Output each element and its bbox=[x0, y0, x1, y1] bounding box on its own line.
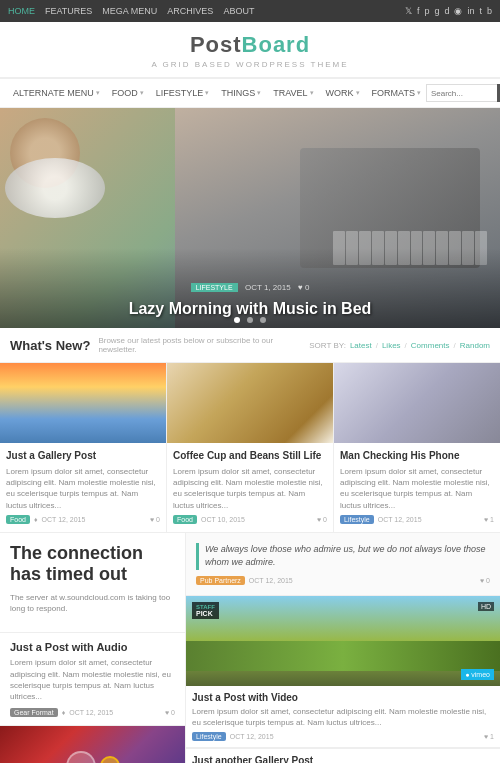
quote-text: We always love those who admire us, but … bbox=[196, 543, 490, 570]
topbar-features[interactable]: FEATURES bbox=[45, 6, 92, 16]
sort-likes[interactable]: Likes bbox=[382, 341, 401, 350]
post-likes-2: ♥ 0 bbox=[317, 516, 327, 523]
gallery-bottom-title[interactable]: Just another Gallery Post bbox=[192, 755, 494, 763]
nav-work[interactable]: WORK ▾ bbox=[321, 86, 365, 100]
timeout-description: The server at w.soundcloud.com is taking… bbox=[10, 592, 175, 614]
post-date-1: ♦ bbox=[34, 516, 38, 523]
video-tag[interactable]: Lifestyle bbox=[192, 732, 226, 741]
top-bar-nav: HOME FEATURES MEGA MENU ARCHIVES ABOUT bbox=[8, 6, 254, 16]
video-date: OCT 12, 2015 bbox=[230, 733, 274, 740]
post-title-1[interactable]: Just a Gallery Post bbox=[6, 449, 160, 462]
post-tag-2[interactable]: Food bbox=[173, 515, 197, 524]
video-card: STAFF PICK HD ▶ ● vimeo Just a Post with… bbox=[186, 596, 500, 748]
linkedin-icon[interactable]: in bbox=[467, 6, 474, 16]
audio-post-text: Lorem ipsum dolor sit amet, consectetur … bbox=[10, 657, 175, 702]
nav-things[interactable]: THINGS ▾ bbox=[216, 86, 266, 100]
nav-lifestyle[interactable]: LIFESTYLE ▾ bbox=[151, 86, 215, 100]
slider-dots bbox=[0, 312, 500, 326]
audio-post-card: Just a Post with Audio Lorem ipsum dolor… bbox=[0, 633, 185, 726]
audio-post-likes: ♥ 0 bbox=[165, 709, 175, 716]
sort-label: SORT BY: bbox=[309, 341, 346, 350]
facebook-icon[interactable]: f bbox=[417, 6, 420, 16]
nav-alternate-menu[interactable]: ALTERNATE MENU ▾ bbox=[8, 86, 105, 100]
video-body: Just a Post with Video Lorem ipsum dolor… bbox=[186, 686, 500, 747]
twitter-icon[interactable]: 𝕏 bbox=[405, 6, 412, 16]
topbar-archives[interactable]: ARCHIVES bbox=[167, 6, 213, 16]
behance-icon[interactable]: b bbox=[487, 6, 492, 16]
post-card-3: Man Checking His Phone Lorem ipsum dolor… bbox=[334, 363, 500, 532]
post-title-3[interactable]: Man Checking His Phone bbox=[340, 449, 494, 462]
nav-items: ALTERNATE MENU ▾ FOOD ▾ LIFESTYLE ▾ THIN… bbox=[8, 86, 426, 100]
search-input[interactable] bbox=[427, 89, 497, 98]
whats-new-title: What's New? bbox=[10, 338, 90, 353]
sort-comments[interactable]: Comments bbox=[411, 341, 450, 350]
logo-part1: Post bbox=[190, 32, 242, 57]
sort-sep2: / bbox=[405, 341, 407, 350]
chevron-down-icon: ▾ bbox=[356, 89, 360, 97]
tumblr-icon[interactable]: t bbox=[479, 6, 482, 16]
chevron-down-icon: ▾ bbox=[310, 89, 314, 97]
slide-dot-3[interactable] bbox=[260, 317, 266, 323]
chevron-down-icon: ▾ bbox=[140, 89, 144, 97]
chevron-down-icon: ▾ bbox=[417, 89, 421, 97]
post-body-2: Coffee Cup and Beans Still Life Lorem ip… bbox=[167, 443, 333, 511]
instagram-icon[interactable]: ◉ bbox=[454, 6, 462, 16]
audio-post-tag[interactable]: Gear Format bbox=[10, 708, 58, 717]
gallery-thumbnail[interactable] bbox=[0, 726, 185, 763]
timeout-title: The connection has timed out bbox=[10, 543, 175, 586]
right-column: We always love those who admire us, but … bbox=[186, 533, 500, 763]
topbar-megamenu[interactable]: MEGA MENU bbox=[102, 6, 157, 16]
post-tag-1[interactable]: Food bbox=[6, 515, 30, 524]
sort-random[interactable]: Random bbox=[460, 341, 490, 350]
post-card-2: Coffee Cup and Beans Still Life Lorem ip… bbox=[167, 363, 334, 532]
chevron-down-icon: ▾ bbox=[96, 89, 100, 97]
nav-food[interactable]: FOOD ▾ bbox=[107, 86, 149, 100]
google-icon[interactable]: g bbox=[434, 6, 439, 16]
audio-post-title[interactable]: Just a Post with Audio bbox=[10, 641, 175, 653]
post-footer-1: Food ♦ OCT 12, 2015 ♥ 0 bbox=[0, 515, 166, 524]
quote-date: OCT 12, 2015 bbox=[249, 577, 293, 584]
logo-part2: Board bbox=[242, 32, 311, 57]
pinterest-icon[interactable]: p bbox=[424, 6, 429, 16]
bottom-content: The connection has timed out The server … bbox=[0, 533, 500, 763]
gallery-info-bottom: Just another Gallery Post bbox=[186, 748, 500, 763]
hero-date: OCT 1, 2015 bbox=[245, 283, 291, 292]
post-thumbnail-1[interactable] bbox=[0, 363, 166, 443]
quote-tag[interactable]: Pub Partnerz bbox=[196, 576, 245, 585]
site-logo[interactable]: PostBoard bbox=[0, 32, 500, 58]
staff-pick-badge: STAFF PICK bbox=[192, 602, 219, 619]
post-date-text-1: OCT 12, 2015 bbox=[42, 516, 86, 523]
post-text-2: Lorem ipsum dolor sit amet, consectetur … bbox=[173, 466, 327, 511]
topbar-about[interactable]: ABOUT bbox=[223, 6, 254, 16]
quote-likes: ♥ 0 bbox=[480, 577, 490, 584]
whats-new-header: What's New? Browse our latest posts belo… bbox=[0, 328, 500, 363]
dribbble-icon[interactable]: d bbox=[444, 6, 449, 16]
post-grid: Just a Gallery Post Lorem ipsum dolor si… bbox=[0, 363, 500, 533]
sort-latest[interactable]: Latest bbox=[350, 341, 372, 350]
nav-formats[interactable]: FORMATS ▾ bbox=[367, 86, 426, 100]
topbar-home[interactable]: HOME bbox=[8, 6, 35, 16]
video-title[interactable]: Just a Post with Video bbox=[192, 692, 494, 703]
hd-badge: HD bbox=[478, 602, 494, 611]
slide-dot-2[interactable] bbox=[247, 317, 253, 323]
chevron-down-icon: ▾ bbox=[205, 89, 209, 97]
site-header: PostBoard A GRID BASED WORDPRESS THEME bbox=[0, 22, 500, 78]
post-title-2[interactable]: Coffee Cup and Beans Still Life bbox=[173, 449, 327, 462]
post-body-3: Man Checking His Phone Lorem ipsum dolor… bbox=[334, 443, 500, 511]
post-thumbnail-3[interactable] bbox=[334, 363, 500, 443]
audio-post-date: ♦ bbox=[62, 709, 66, 716]
video-text: Lorem ipsum dolor sit amet, consectetur … bbox=[192, 706, 494, 728]
top-bar: HOME FEATURES MEGA MENU ARCHIVES ABOUT 𝕏… bbox=[0, 0, 500, 22]
post-footer-3: Lifestyle OCT 12, 2015 ♥ 1 bbox=[334, 515, 500, 524]
hero-meta: LIFESTYLE OCT 1, 2015 ♥ 0 bbox=[0, 279, 500, 293]
chevron-down-icon: ▾ bbox=[257, 89, 261, 97]
site-tagline: A GRID BASED WORDPRESS THEME bbox=[0, 60, 500, 69]
post-tag-3[interactable]: Lifestyle bbox=[340, 515, 374, 524]
post-date-text-3: OCT 12, 2015 bbox=[378, 516, 422, 523]
post-thumbnail-2[interactable] bbox=[167, 363, 333, 443]
video-thumbnail[interactable]: STAFF PICK HD ▶ ● vimeo bbox=[186, 596, 500, 686]
slide-dot-1[interactable] bbox=[234, 317, 240, 323]
nav-travel[interactable]: TRAVEL ▾ bbox=[268, 86, 318, 100]
gallery-bottom-card bbox=[0, 726, 185, 763]
whats-new-subtitle: Browse our latest posts below or subscri… bbox=[98, 336, 309, 354]
